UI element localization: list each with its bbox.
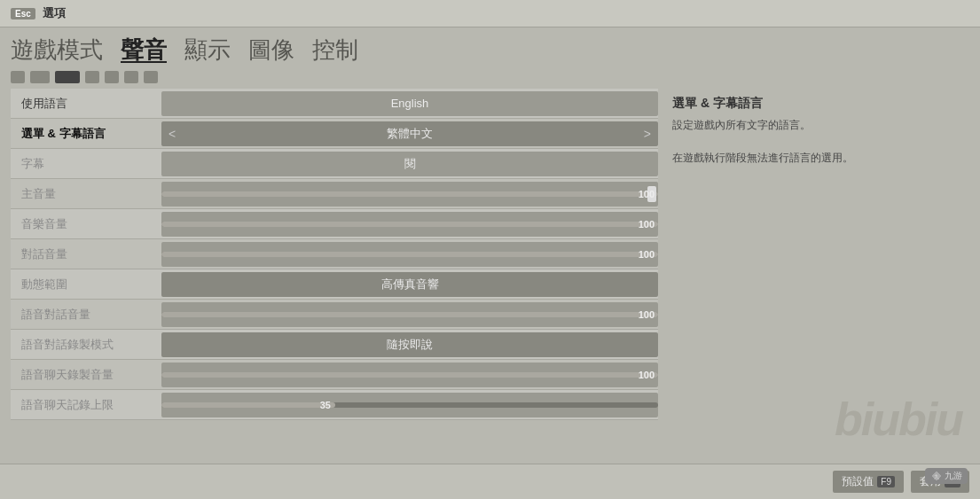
track-master-volume: [161, 191, 658, 197]
jiuyou-badge: 九 九游: [925, 468, 968, 484]
jiuyou-icon: 九: [930, 470, 943, 482]
row-dialogue-volume: 對話音量 100: [11, 239, 658, 269]
tab-icon-6: [144, 71, 158, 83]
select-dynamic-range[interactable]: 高傳真音響: [161, 272, 658, 297]
row-language: 使用語言 English: [11, 89, 658, 119]
tab-icon-1: [30, 71, 50, 83]
row-chat-volume: 語音聊天錄製音量 100: [11, 360, 658, 390]
tab-icons: [0, 69, 980, 89]
fill-voice-volume: [161, 312, 658, 317]
row-dynamic-range: 動態範圍 高傳真音響: [11, 269, 658, 300]
info-desc-2: 在遊戲執行階段無法進行語言的選用。: [672, 150, 937, 167]
top-bar-title: 選項: [43, 5, 66, 21]
tab-icon-3: [85, 71, 99, 83]
value-subtitle: 閱: [161, 152, 658, 176]
tab-game-mode[interactable]: 遊戲模式: [11, 35, 103, 66]
value-language: English: [161, 91, 658, 116]
info-desc-1: 設定遊戲內所有文字的語言。: [672, 117, 937, 134]
slider-chat-volume[interactable]: 100: [161, 363, 658, 387]
info-title: 選單 & 字幕語言: [672, 96, 937, 112]
row-voice-mode: 語音對話錄製模式 隨按即說: [11, 330, 658, 360]
value-chat-limit[interactable]: 35: [161, 393, 658, 417]
label-chat-volume: 語音聊天錄製音量: [11, 367, 161, 383]
jiuyou-text: 九游: [945, 470, 962, 482]
fill-music-volume: [161, 222, 658, 227]
tab-display[interactable]: 顯示: [184, 35, 231, 66]
select-voice-mode[interactable]: 隨按即說: [161, 332, 658, 357]
row-voice-volume: 語音對話音量 100: [11, 300, 658, 330]
biubiu-logo: biubiu: [835, 393, 962, 446]
tab-sound[interactable]: 聲音: [121, 35, 167, 66]
track-chat-limit: [161, 402, 658, 408]
reset-button[interactable]: 預設值 F9: [833, 471, 904, 493]
tab-icon-5: [124, 71, 138, 83]
slider-dialogue-volume[interactable]: 100: [161, 242, 658, 267]
svg-text:九: 九: [934, 474, 939, 480]
fill-chat-limit: [161, 402, 335, 408]
top-bar: Esc 選項: [0, 0, 980, 27]
slider-master-volume[interactable]: 100: [161, 182, 658, 207]
reset-label: 預設值: [842, 474, 874, 489]
bottom-bar: 預設值 F9 套用 —: [0, 464, 980, 499]
voice-mode-value: 隨按即說: [387, 337, 433, 353]
value-voice-mode[interactable]: 隨按即說: [161, 332, 658, 357]
value-display-master-volume: 100: [639, 189, 655, 199]
value-music-volume[interactable]: 100: [161, 212, 658, 237]
value-chat-volume[interactable]: 100: [161, 363, 658, 387]
track-chat-volume: [161, 372, 658, 378]
track-dialogue-volume: [161, 252, 658, 257]
slider-voice-volume[interactable]: 100: [161, 302, 658, 327]
value-display-voice-volume: 100: [639, 309, 655, 320]
display-language: English: [161, 91, 658, 116]
label-dialogue-volume: 對話音量: [11, 246, 161, 262]
track-music-volume: [161, 222, 658, 227]
fill-master-volume: [161, 191, 658, 197]
label-dynamic-range: 動態範圍: [11, 277, 161, 292]
fill-dialogue-volume: [161, 252, 658, 257]
row-master-volume: 主音量 100: [11, 179, 658, 209]
track-voice-volume: [161, 312, 658, 317]
tab-icon-2: [55, 71, 80, 83]
value-display-chat-volume: 100: [639, 370, 655, 380]
value-voice-volume[interactable]: 100: [161, 302, 658, 327]
label-chat-limit: 語音聊天記錄上限: [11, 397, 161, 413]
menu-language-value: 繁體中文: [387, 126, 433, 142]
value-dialogue-volume[interactable]: 100: [161, 242, 658, 267]
content-area: 使用語言 English 選單 & 字幕語言 < 繁體中文 > 字幕 閱: [0, 89, 980, 420]
value-display-music-volume: 100: [639, 219, 655, 230]
row-music-volume: 音樂音量 100: [11, 209, 658, 239]
row-subtitle: 字幕 閱: [11, 149, 658, 179]
jiuyou-logo: 九 九游: [920, 460, 973, 492]
esc-badge[interactable]: Esc: [11, 8, 35, 19]
slider-chat-limit[interactable]: 35: [161, 393, 658, 417]
label-voice-volume: 語音對話音量: [11, 307, 161, 323]
slider-music-volume[interactable]: 100: [161, 212, 658, 237]
reset-key-badge: F9: [877, 476, 895, 487]
value-display-chat-limit: 35: [320, 400, 331, 410]
label-language: 使用語言: [11, 96, 161, 112]
label-menu-language: 選單 & 字幕語言: [11, 126, 161, 142]
tab-controls[interactable]: 控制: [312, 35, 358, 66]
label-master-volume: 主音量: [11, 186, 161, 202]
value-dynamic-range[interactable]: 高傳真音響: [161, 272, 658, 297]
tab-icon-0: [11, 71, 25, 83]
label-voice-mode: 語音對話錄製模式: [11, 337, 161, 353]
fill-chat-volume: [161, 372, 658, 378]
row-menu-language: 選單 & 字幕語言 < 繁體中文 >: [11, 119, 658, 149]
label-subtitle: 字幕: [11, 156, 161, 172]
tab-icon-4: [105, 71, 119, 83]
value-display-dialogue-volume: 100: [639, 249, 655, 260]
dynamic-range-value: 高傳真音響: [381, 277, 439, 292]
value-master-volume[interactable]: 100: [161, 182, 658, 207]
arrow-right-icon[interactable]: >: [644, 127, 651, 141]
label-music-volume: 音樂音量: [11, 216, 161, 232]
select-menu-language[interactable]: < 繁體中文 >: [161, 121, 658, 146]
value-menu-language[interactable]: < 繁體中文 >: [161, 121, 658, 146]
arrow-left-icon[interactable]: <: [169, 127, 176, 141]
settings-panel: 使用語言 English 選單 & 字幕語言 < 繁體中文 > 字幕 閱: [11, 89, 658, 420]
nav-tabs: 遊戲模式 聲音 顯示 圖像 控制: [0, 27, 980, 69]
row-chat-limit: 語音聊天記錄上限 35: [11, 390, 658, 420]
display-subtitle: 閱: [161, 152, 658, 176]
info-panel: 選單 & 字幕語言 設定遊戲內所有文字的語言。 在遊戲執行階段無法進行語言的選用…: [658, 89, 951, 420]
tab-graphics[interactable]: 圖像: [248, 35, 294, 66]
